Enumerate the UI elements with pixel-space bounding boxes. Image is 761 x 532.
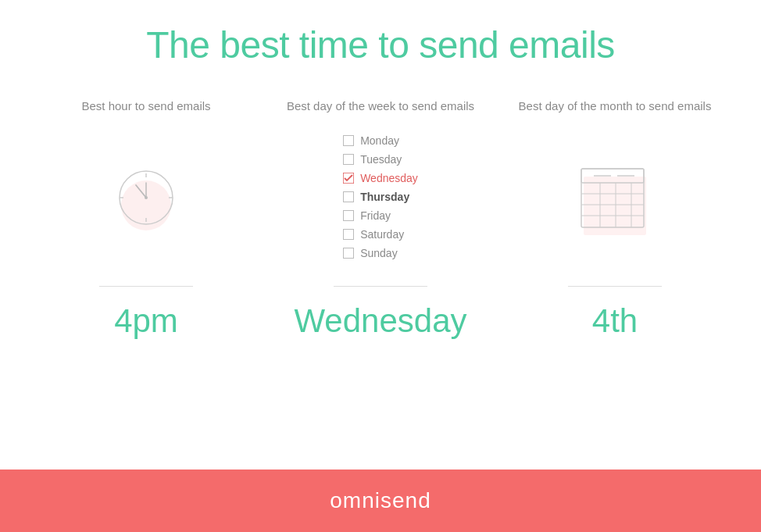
brand-name: omnisend [330, 488, 431, 513]
checkbox-tuesday [343, 154, 354, 165]
result-monthday: 4th [592, 302, 638, 340]
svg-point-8 [145, 196, 148, 199]
main-content: The best time to send emails Best hour t… [0, 0, 761, 470]
calendar-icon [572, 153, 658, 247]
day-friday: Friday [343, 209, 418, 222]
column-hour: Best hour to send emails [29, 98, 263, 340]
result-weekday: Wednesday [294, 302, 466, 340]
checkbox-wednesday [343, 173, 354, 184]
day-monday: Monday [343, 134, 418, 147]
day-label-saturday: Saturday [360, 228, 404, 241]
checkbox-thursday [343, 191, 354, 202]
column-weekday-title: Best day of the week to send emails [287, 98, 474, 114]
day-label-sunday: Sunday [360, 247, 397, 259]
divider-monthday [568, 286, 662, 287]
day-label-thursday: Thursday [360, 191, 409, 203]
day-sunday: Sunday [343, 247, 418, 259]
day-label-tuesday: Tuesday [360, 153, 402, 166]
column-weekday: Best day of the week to send emails Mond… [263, 98, 498, 340]
day-tuesday: Tuesday [343, 153, 418, 166]
day-label-wednesday: Wednesday [360, 172, 418, 184]
checkbox-sunday [343, 248, 354, 259]
divider-hour [99, 286, 193, 287]
result-hour: 4pm [114, 302, 178, 340]
day-saturday: Saturday [343, 228, 418, 241]
footer: omnisend [0, 470, 761, 532]
column-monthday: Best day of the month to send emails [498, 98, 732, 340]
days-checklist: Monday Tuesday Wednesday [343, 134, 418, 266]
day-label-friday: Friday [360, 209, 391, 222]
calendar-visual [572, 137, 658, 262]
columns-container: Best hour to send emails [29, 98, 732, 340]
checkbox-friday [343, 210, 354, 221]
svg-rect-10 [584, 177, 646, 235]
day-label-monday: Monday [360, 134, 399, 147]
column-hour-title: Best hour to send emails [81, 98, 210, 114]
checkbox-saturday [343, 229, 354, 240]
checklist-visual: Monday Tuesday Wednesday [343, 137, 418, 262]
page-title: The best time to send emails [146, 23, 615, 66]
divider-weekday [334, 286, 427, 287]
column-monthday-title: Best day of the month to send emails [519, 98, 712, 114]
clock-icon [103, 157, 189, 243]
day-thursday: Thursday [343, 191, 418, 203]
day-wednesday: Wednesday [343, 172, 418, 184]
checkbox-monday [343, 135, 354, 146]
clock-visual [103, 137, 189, 262]
